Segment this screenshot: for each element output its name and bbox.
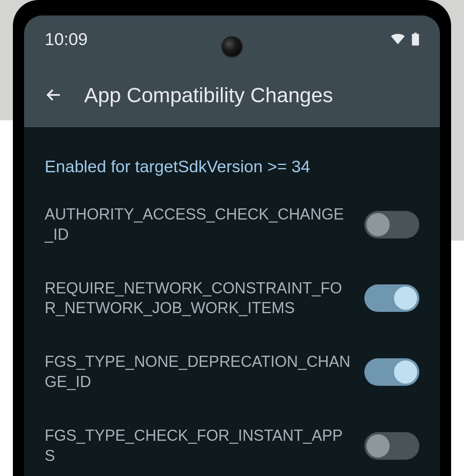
settings-list: AUTHORITY_ACCESS_CHECK_CHANGE_IDREQUIRE_… (45, 204, 419, 476)
toggle-thumb (366, 434, 390, 458)
wifi-icon (391, 34, 405, 44)
frame-decoration-left (0, 120, 13, 476)
app-bar: App Compatibility Changes (24, 63, 440, 127)
toggle-thumb (366, 213, 390, 236)
back-button[interactable] (45, 85, 64, 104)
svg-rect-0 (414, 33, 416, 34)
phone-screen: 10:09 App Compatibility (24, 15, 440, 476)
camera-notch (221, 36, 243, 58)
setting-row: FGS_TYPE_CHECK_FOR_INSTANT_APPS (45, 426, 419, 466)
setting-toggle[interactable] (364, 432, 419, 460)
svg-rect-1 (412, 34, 419, 46)
frame-decoration-right (451, 241, 464, 476)
setting-row: FGS_TYPE_NONE_DEPRECATION_CHANGE_ID (45, 352, 419, 392)
setting-label: REQUIRE_NETWORK_CONSTRAINT_FOR_NETWORK_J… (45, 278, 351, 319)
status-time: 10:09 (45, 30, 88, 49)
content-area: Enabled for targetSdkVersion >= 34 AUTHO… (24, 127, 440, 476)
toggle-thumb (394, 360, 417, 384)
phone-frame: 10:09 App Compatibility (13, 0, 451, 476)
setting-toggle[interactable] (364, 211, 419, 238)
setting-label: FGS_TYPE_CHECK_FOR_INSTANT_APPS (45, 426, 351, 466)
page-title: App Compatibility Changes (84, 83, 333, 107)
phone-inner-frame: 10:09 App Compatibility (21, 12, 443, 476)
toggle-thumb (394, 287, 417, 310)
setting-row: AUTHORITY_ACCESS_CHECK_CHANGE_ID (45, 204, 419, 245)
setting-toggle[interactable] (364, 284, 419, 312)
battery-icon (412, 33, 419, 46)
back-arrow-icon (46, 86, 63, 104)
setting-label: AUTHORITY_ACCESS_CHECK_CHANGE_ID (45, 204, 351, 245)
section-header: Enabled for targetSdkVersion >= 34 (45, 157, 419, 176)
setting-label: FGS_TYPE_NONE_DEPRECATION_CHANGE_ID (45, 352, 351, 392)
setting-toggle[interactable] (364, 358, 419, 386)
setting-row: REQUIRE_NETWORK_CONSTRAINT_FOR_NETWORK_J… (45, 278, 419, 319)
status-icons (391, 33, 419, 46)
